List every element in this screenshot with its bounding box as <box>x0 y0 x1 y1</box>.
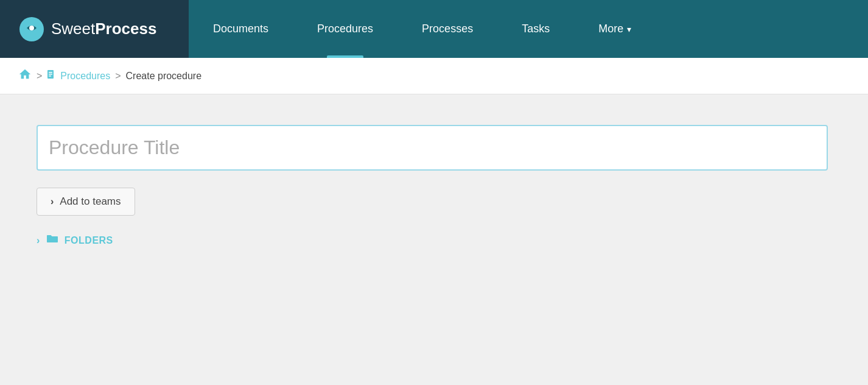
procedures-doc-icon <box>47 69 57 83</box>
folder-icon <box>46 234 58 247</box>
breadcrumb-procedures-link[interactable]: Procedures <box>47 69 110 83</box>
nav-item-processes[interactable]: Processes <box>397 0 497 58</box>
nav-item-tasks[interactable]: Tasks <box>497 0 574 58</box>
navbar: SweetProcess Documents Procedures Proces… <box>0 0 868 58</box>
svg-rect-5 <box>49 76 51 77</box>
nav-links: Documents Procedures Processes Tasks Mor… <box>189 0 868 58</box>
breadcrumb-separator-1: > <box>37 71 42 82</box>
brand-sweet: Sweet <box>51 19 95 38</box>
breadcrumb-current-page: Create procedure <box>126 71 202 82</box>
add-to-teams-label: Add to teams <box>60 196 121 208</box>
nav-item-documents[interactable]: Documents <box>189 0 293 58</box>
breadcrumb: > Procedures > Create procedure <box>0 58 868 94</box>
sweetprocess-logo-icon <box>18 16 45 43</box>
svg-point-1 <box>29 26 34 30</box>
brand-logo[interactable]: SweetProcess <box>0 0 189 58</box>
nav-item-more[interactable]: More ▾ <box>574 0 656 58</box>
procedure-title-input[interactable] <box>37 125 828 171</box>
main-content: › Add to teams › FOLDERS <box>0 94 868 385</box>
folders-label: FOLDERS <box>65 235 113 246</box>
brand-text: SweetProcess <box>51 19 156 38</box>
brand-process: Process <box>95 19 156 38</box>
breadcrumb-separator-2: > <box>115 71 121 82</box>
svg-rect-4 <box>49 74 52 75</box>
add-to-teams-button[interactable]: › Add to teams <box>37 188 135 216</box>
folders-section[interactable]: › FOLDERS <box>37 234 831 247</box>
chevron-right-icon: › <box>51 196 54 207</box>
nav-item-procedures[interactable]: Procedures <box>293 0 397 58</box>
svg-rect-3 <box>49 72 52 73</box>
home-icon[interactable] <box>18 68 32 84</box>
folders-chevron-icon: › <box>37 235 40 246</box>
chevron-down-icon: ▾ <box>627 24 631 34</box>
